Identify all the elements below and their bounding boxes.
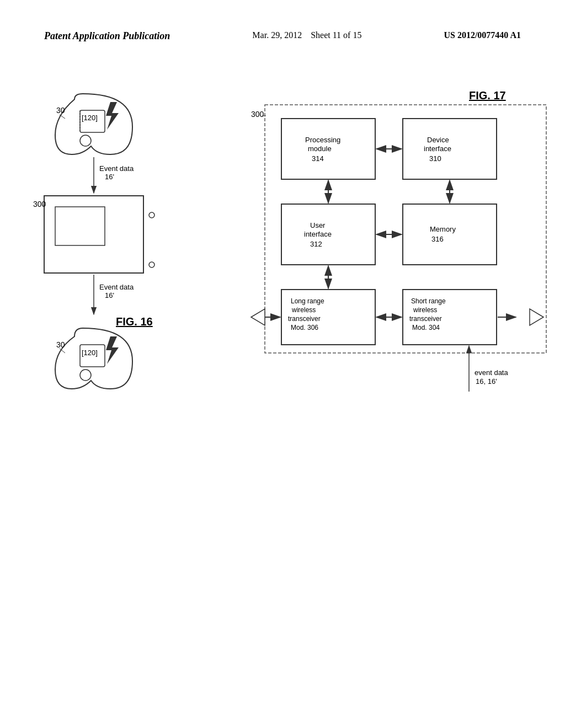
short-range-label4: Mod. 304 — [412, 324, 440, 331]
left-antenna-symbol — [251, 309, 265, 325]
long-range-label4: Mod. 306 — [291, 324, 318, 331]
event-data-fig17-ref: 16, 16' — [476, 377, 497, 386]
dot-top-right — [149, 212, 154, 218]
processing-module-label: Processing — [305, 136, 340, 144]
publication-date: Mar. 29, 2012 — [252, 30, 302, 40]
ref-314: 314 — [312, 154, 324, 163]
patent-number: US 2012/0077440 A1 — [444, 30, 521, 40]
short-range-label1: Short range — [411, 297, 446, 305]
dot-bottom-right — [149, 262, 154, 267]
short-range-label2: wireless — [413, 306, 437, 314]
header-date-sheet: Mar. 29, 2012 Sheet 11 of 15 — [252, 30, 361, 40]
processing-module-label2: module — [308, 144, 332, 153]
patent-title: Patent Application Publication — [44, 30, 170, 42]
label-30-bottom: 30 — [56, 340, 65, 349]
event-data-fig17-label: event data — [475, 368, 508, 377]
event-data-bottom-label: Event data — [99, 283, 134, 291]
long-range-label1: Long range — [291, 297, 324, 305]
device-interface-label2: interface — [424, 144, 451, 153]
label-300-fig16: 300 — [33, 200, 46, 208]
event-data-top-ref: 16' — [105, 173, 114, 181]
sheet-info: Sheet 11 of 15 — [311, 30, 361, 40]
wearable-earpiece-top — [80, 135, 91, 146]
device-screen — [55, 207, 105, 245]
ref-310: 310 — [429, 154, 441, 163]
event-data-bottom-ref: 16' — [105, 291, 114, 299]
fig17-label: FIG. 17 — [469, 89, 506, 101]
memory-box — [403, 204, 497, 265]
long-range-label2: wireless — [291, 306, 316, 314]
page: Patent Application Publication Mar. 29, … — [0, 0, 565, 728]
user-interface-label2: interface — [304, 230, 332, 238]
label-300-fig17: 300 — [251, 110, 264, 119]
device-interface-label: Device — [427, 136, 449, 144]
short-range-label3: transceiver — [409, 315, 442, 323]
memory-label: Memory — [430, 225, 456, 233]
wearable-earpiece-bottom — [80, 370, 91, 381]
user-interface-label: User — [310, 221, 326, 229]
label-120-top: [120] — [82, 114, 98, 122]
diagram-svg: 30 [120] Event data 16' 300 Event data 1… — [0, 83, 565, 717]
event-data-top-label: Event data — [99, 164, 134, 173]
fig16-label: FIG. 16 — [116, 315, 153, 328]
label-120-bottom: [120] — [82, 349, 98, 357]
ref-312: 312 — [310, 240, 322, 248]
header: Patent Application Publication Mar. 29, … — [0, 30, 565, 42]
ref-316: 316 — [431, 235, 444, 243]
label-30-top: 30 — [56, 106, 65, 115]
long-range-label3: transceiver — [288, 315, 321, 323]
